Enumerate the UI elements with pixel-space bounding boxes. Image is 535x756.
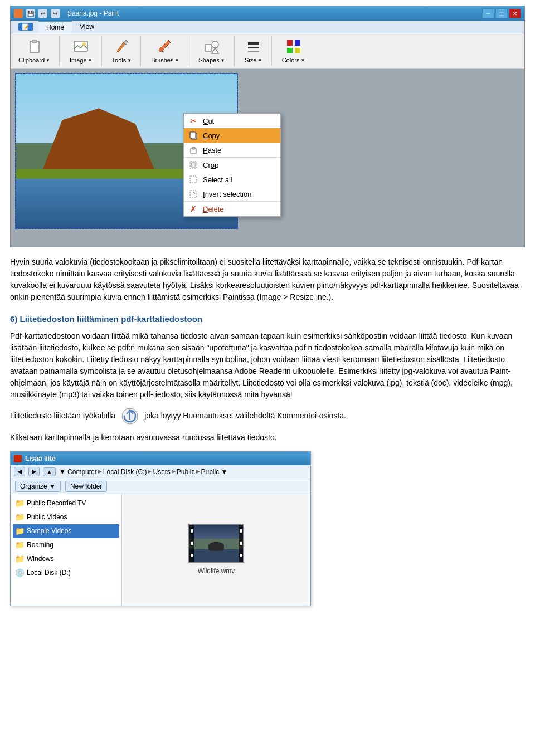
image-btn[interactable]: Image▼ [66,36,96,66]
clipboard-btn[interactable]: Clipboard▼ [15,36,54,66]
copy-icon [188,130,198,140]
paste-icon [188,145,198,155]
tools-btn[interactable]: Tools▼ [109,36,135,66]
file-preview-thumbnail [188,524,244,563]
ctx-crop-label: Crop [203,161,218,169]
up-button[interactable]: ▲ [43,467,56,476]
ctx-delete[interactable]: ✗ Delete [184,201,280,216]
image-icon [72,38,90,56]
tree-item-label-recorded-tv: Public Recorded TV [27,498,86,508]
ctx-select-all[interactable]: Select all [184,172,280,187]
tree-item-recorded-tv[interactable]: 📁 Public Recorded TV [13,496,119,510]
invert-icon [188,189,198,199]
ctx-copy-label: Copy [203,131,220,140]
brushes-btn[interactable]: Brushes▼ [148,36,182,66]
shapes-icon [203,38,221,56]
file-dialog-body: 📁 Public Recorded TV 📁 Public Videos 📁 S… [11,494,310,606]
ribbon-content: Clipboard▼ Image▼ [11,33,524,69]
section-6-heading: 6) Liitetiedoston liittäminen pdf-kartta… [10,313,525,326]
paint-window: 💾 ↩ ↪ Saana.jpg - Paint ─ □ ✕ 📝 Home Vie… [10,6,525,247]
attachment-after-text: joka löytyy Huomautukset-välilehdeltä Ko… [144,410,346,422]
path-localdisk[interactable]: Local Disk (C:) [103,467,147,477]
path-public2[interactable]: Public ▼ [201,467,228,477]
tree-item-sample-videos[interactable]: 📁 Sample Videos [13,524,119,538]
tab-view[interactable]: View [72,21,102,33]
file-dialog-path: ▼ Computer ▶ Local Disk (C:) ▶ Users ▶ P… [59,467,307,477]
ctx-cut[interactable]: ✂ Cut [184,114,280,128]
attachment-tool-icon [120,406,140,426]
tree-item-public-videos[interactable]: 📁 Public Videos [13,510,119,524]
ctx-invert[interactable]: Invert selection [184,187,280,201]
attachment-line: Liitetiedosto liitetään työkalulla joka … [10,406,525,426]
ctx-paste[interactable]: Paste [184,143,280,157]
size-label: Size▼ [245,57,262,64]
ctx-crop[interactable]: Crop [184,157,280,172]
colors-btn[interactable]: Colors▼ [279,36,309,66]
path-arrow-1: ▶ [98,468,102,476]
ctx-copy[interactable]: Copy [184,128,280,143]
svg-line-23 [193,192,195,194]
folder-icon-public-videos: 📁 [15,511,25,523]
ctx-invert-label: Invert selection [203,190,251,198]
shapes-label: Shapes▼ [198,57,225,64]
clipboard-arrow: ▼ [46,58,50,63]
ctx-paste-label: Paste [203,146,221,154]
colors-icon [285,38,303,56]
ribbon-tabs: 📝 Home View [11,21,524,33]
tab-home[interactable]: Home [38,21,72,33]
path-computer[interactable]: ▼ Computer [59,467,97,477]
paragraph-2: Pdf-karttatiedostoon voidaan liittää mik… [10,330,525,401]
svg-line-22 [192,192,193,194]
paint-app-icon [14,9,23,18]
quick-redo-icon[interactable]: ↪ [51,9,60,18]
crop-icon [188,160,198,170]
path-public[interactable]: Public [177,467,195,477]
svg-rect-10 [287,40,293,46]
delete-icon: ✗ [188,204,198,214]
tree-item-roaming[interactable]: 📁 Roaming [13,538,119,552]
tools-icon [113,38,130,56]
shapes-btn[interactable]: Shapes▼ [195,36,228,66]
context-menu: ✂ Cut Copy Paste [183,113,281,217]
folder-icon-windows: 📁 [15,553,25,565]
svg-rect-11 [295,40,300,46]
svg-marker-6 [212,48,218,53]
forward-button[interactable]: ▶ [28,467,40,476]
file-menu-button[interactable]: 📝 [13,21,38,33]
file-preview-area: Wildlife.wmv [122,494,310,606]
svg-rect-17 [192,147,195,149]
back-button[interactable]: ◀ [14,467,25,476]
ctx-select-all-label: Select all [203,175,232,184]
svg-rect-19 [191,163,196,167]
size-btn[interactable]: Size▼ [241,36,266,66]
path-arrow-3: ▶ [172,468,176,476]
organize-button[interactable]: Organize ▼ [15,481,61,492]
image-label: Image▼ [70,57,93,64]
file-dialog-titlebar: Lisää liite [11,452,310,465]
path-users[interactable]: Users [153,467,170,477]
minimize-button[interactable]: ─ [482,8,494,18]
svg-rect-1 [32,40,37,43]
size-icon [245,38,262,56]
tree-item-label-public-videos: Public Videos [27,512,67,522]
tree-item-label-windows: Windows [27,554,54,564]
maximize-button[interactable]: □ [495,8,508,18]
file-dialog: Lisää liite ◀ ▶ ▲ ▼ Computer ▶ Local Dis… [10,451,311,606]
window-title: Saana.jpg - Paint [67,9,119,17]
svg-rect-15 [190,132,196,138]
tree-item-label-local-disk-d: Local Disk (D:) [27,568,71,578]
folder-icon-local-disk-d: 💿 [15,567,25,579]
new-folder-button[interactable]: New folder [65,481,107,492]
ctx-delete-label: Delete [203,205,224,213]
paragraph-1: Hyvin suuria valokuvia (tiedostokooltaan… [10,256,525,303]
quick-undo-icon[interactable]: ↩ [38,9,47,18]
quick-save-icon[interactable]: 💾 [26,9,35,18]
select-all-icon [188,174,198,184]
ribbon-group-tools: Tools▼ [109,36,142,66]
clipboard-label: Clipboard▼ [18,57,50,64]
tree-item-windows[interactable]: 📁 Windows [13,552,119,566]
cut-icon: ✂ [188,116,198,126]
svg-rect-21 [190,191,197,197]
tree-item-local-disk-d[interactable]: 💿 Local Disk (D:) [13,566,119,580]
close-button[interactable]: ✕ [509,8,521,18]
